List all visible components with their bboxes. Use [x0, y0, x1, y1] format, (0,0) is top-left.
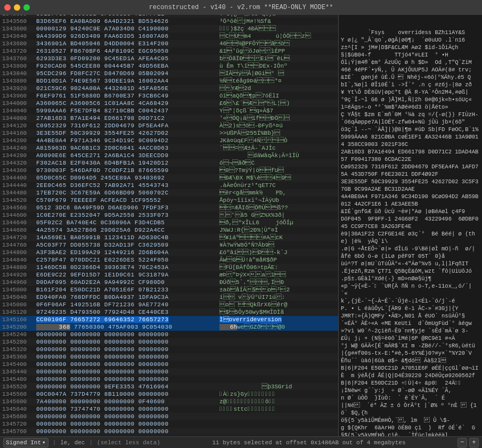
hex-row[interactable]: 1344960D0DAF095 60AD2E2A 9A94992C CF980D…: [0, 279, 338, 286]
hex-row[interactable]: 134556000C0047A 737D4779 8B110000 000000…: [0, 390, 338, 398]
hex-bytes: 26310527 FB670BF6 4AF8109C EGC95050: [36, 47, 217, 55]
data-type-dropdown[interactable]: Signed Int ▾: [3, 438, 48, 447]
hex-row[interactable]: 134552000000000 00000000 9EFE3353 476169…: [0, 383, 338, 390]
minimize-button[interactable]: [14, 4, 20, 11]
hex-bytes: 00000129 94240C9E A7A034D0 C4190000: [36, 25, 217, 32]
hex-row[interactable]: 13440405999AAA6 F5E7DFB4 82710CBB C00424…: [0, 107, 338, 115]
address: 1344480: [0, 189, 36, 197]
hex-row[interactable]: 134572000000000 00000000 00000000 000000…: [0, 420, 338, 428]
hex-row[interactable]: 1343880BDD10D1A 74E9E567 39DEE19A 16002A…: [0, 77, 338, 85]
hex-bytes: 00000000 00000000 00000000 00000000: [36, 413, 217, 420]
address: 1343920: [0, 85, 36, 92]
hex-row[interactable]: 134564000000000 73747470 00000000 000000…: [0, 405, 338, 413]
hex-row[interactable]: 1345040ED940FA0 768DFFDC B0DA4937 1DFA9C…: [0, 294, 338, 301]
address: 1343640: [0, 32, 36, 40]
hex-row[interactable]: 134548000000000 00000000 00000000 000000…: [0, 376, 338, 383]
hex-row[interactable]: 13443609730003F 546DAF0D 7C0DFZ1B 876655…: [0, 167, 338, 174]
hex-row[interactable]: 13444402EE0C465 D36EFC52 7AB92A71 455437…: [0, 182, 338, 189]
hex-bytes: A3F3BAE2 ED199A29 12449216 2D6B604A: [36, 249, 217, 256]
hex-row[interactable]: 1344280A0090E6E 645CE271 2A6BA1C4 3DEECD…: [0, 152, 338, 159]
ascii-col: öïaQõ ¶p7óËlI: [217, 92, 338, 100]
hex-row[interactable]: 134472014A569E1 BA05991B 1123411D AD630C…: [0, 234, 338, 241]
ascii-col: däWâqÃk¡Ä=îÍÙ: [217, 152, 338, 159]
hex-row[interactable]: 1344000A360065C A36005C6 1C01AA8C 4CA684…: [0, 100, 338, 107]
hex-row[interactable]: 134576000000000 00000000 00000000 000000…: [0, 428, 338, 435]
hex-row[interactable]: 1343920021C59C6 9024A00A 4432601D 45FA85…: [0, 85, 338, 92]
hex-bytes: 021C59C6 9024A00A 4432601D 45FA856E: [36, 85, 217, 92]
hex-row[interactable]: 1343960F6EF9761 51F5880D B6700E37 F3CB6C…: [0, 92, 338, 100]
hex-bytes: 3E3E55DF 50C39929 3554FE25 42627D02: [36, 129, 217, 137]
hex-row[interactable]: 134372026310527 FB670BF6 4AF8109C EGC950…: [0, 47, 338, 55]
right-panel-line: &IÉ`gnfGÆ ûð ÙcÙ ~ë#|*Aø |øBéAøl ç4F9: [341, 208, 480, 215]
hex-row[interactable]: 134528000000000 00000000 00000000 000000…: [0, 338, 338, 346]
hex-row[interactable]: 13436409A4399D9 926D3409 FAA6D3D5 16007A…: [0, 32, 338, 40]
hex-row[interactable]: 13446001C0E270E E2352047 9D5A2558 2533F0…: [0, 211, 338, 219]
title-bar: reconstructed - v140 - v2.rom **READ-ONL…: [0, 0, 482, 15]
hex-row[interactable]: 1344920E6DE9C22 9EFD15D7 1E1D0C61 9C3187…: [0, 271, 338, 279]
maximize-button[interactable]: [23, 4, 30, 11]
separator-1: |: [53, 439, 56, 446]
hex-row[interactable]: 134464005F02C2 BA740E4C 0C36096A F3D4CDB…: [0, 219, 338, 226]
hex-row[interactable]: 1345000B161F204 E50DC21D A7051E6F 07B212…: [0, 286, 338, 294]
address: 1343560: [0, 18, 36, 25]
status-right[interactable]: − +: [458, 438, 479, 447]
hex-row[interactable]: 13456007A400000 00000000 00000000 0F4060…: [0, 398, 338, 405]
hex-row[interactable]: 13441603E3E55DF 50C39929 3554FE25 42627D…: [0, 129, 338, 137]
hex-row[interactable]: 134544000000000 00000000 00000000 000000…: [0, 368, 338, 376]
hex-bytes: 368 77650300 475AF003 9C054030: [36, 323, 217, 331]
right-panel: `Fsys overridess BZh11AY&SY ø|¿ "_Â`qo`,…: [338, 15, 482, 436]
ascii-col: >>UßPÃ255Í%Bb}: [217, 129, 338, 137]
ascii-col: '«ÓQ¡äífÐÖ : [217, 115, 338, 122]
hex-row[interactable]: 134512097249235 D4793500 77924D48 CE440C…: [0, 308, 338, 316]
hex-view[interactable]: 1343480FFFFFFFF FFFFFFFF 46737973 010500…: [0, 15, 338, 436]
traffic-lights[interactable]: [4, 4, 30, 11]
hex-bytes: 5999AAA6 F5E7DFB4 82710CBB C0042437: [36, 107, 217, 115]
ascii-col: CÙm4 ú¦ÓÕ z: [217, 32, 338, 40]
hex-row[interactable]: 134568000000000 00000000 00000000 000000…: [0, 413, 338, 420]
right-panel-line: ùú^?T ø|mU`ûTúÛÄ°«-4"Áø°%v5 u,l|lFqñIT: [341, 260, 480, 267]
hex-row[interactable]: 1345160CC00106F 76657272 69646352 766572…: [0, 316, 338, 323]
hex-bytes: E6DE9C22 9EFD15D7 1E1D0C61 9C31879A: [36, 271, 217, 279]
zoom-out-button[interactable]: −: [458, 438, 467, 447]
hex-row[interactable]: 134536000000000 00000000 00000000 000000…: [0, 353, 338, 361]
ascii-col: þ3SGrid: [217, 383, 338, 390]
hex-row[interactable]: 1344800A3F3BAE2 ED199A29 12449216 2D6B60…: [0, 249, 338, 256]
hex-bytes: 3436901A BD405046 D4DD0004 E314F200: [36, 40, 217, 47]
hex-row[interactable]: 134384095CDC296 FD8FC27C D8470D69 05B020…: [0, 70, 338, 77]
hex-row[interactable]: 134532000000000 00000000 00000000 000000…: [0, 346, 338, 353]
hex-row[interactable]: 134360000000129 94240C9E A7A034D0 C41900…: [0, 25, 338, 32]
hex-row[interactable]: 1344320F302AC18 E2F0430A 6D4BFB1A 19420D…: [0, 159, 338, 167]
hex-row[interactable]: 13436803436901A BD405046 D4DD0004 E314F2…: [0, 40, 338, 47]
hex-row[interactable]: 134540000000000 00000000 00000000 000000…: [0, 361, 338, 368]
hex-row[interactable]: 13448801146DC5B 0D2366D4 30363E74 70C245…: [0, 264, 338, 271]
hex-row[interactable]: 1344240A815963D 9AC6B1C3 2D0C6041 4ACC0D…: [0, 144, 338, 152]
hex-row[interactable]: 1344840C2578F47 070DDC21 E0226DES 5224F0…: [0, 256, 338, 264]
hex-row[interactable]: 134524000000000 00000000 00000000 000000…: [0, 331, 338, 338]
address: 1344320: [0, 159, 36, 167]
ascii-col: [217, 361, 338, 368]
hex-row[interactable]: 13442004A4BE0A4 F971A346 9C34D19C 9C0094…: [0, 137, 338, 144]
ascii-col:  YÆ2d "2` Eú n: [217, 85, 338, 92]
hex-row[interactable]: 1343800F920CAD0 545CEE80 004445B7 49D56E…: [0, 62, 338, 70]
hex-row[interactable]: 1344760A5C03F77 DD055738 D32AD13F C36295…: [0, 241, 338, 249]
hex-row[interactable]: 134408027AB16D3 B7A1E494 ED661798 D0D71C…: [0, 115, 338, 122]
hex-row[interactable]: 1344120C0952329 7316F612 2DD04679 DF5EA4…: [0, 122, 338, 129]
zoom-in-button[interactable]: +: [469, 438, 479, 447]
hex-row[interactable]: 134440005D0C65C D0964D5 245CE89A 9340369…: [0, 174, 338, 182]
main-content: 1343480FFFFFFFF FFFFFFFF 46737973 010500…: [0, 15, 482, 436]
hex-row[interactable]: 1343560B3D65EF6 EA0BAD09 6A4D2321 BD5346…: [0, 18, 338, 25]
hex-row[interactable]: 1345200 368 77650300 475AF003 9C054030 6…: [0, 323, 338, 331]
selection-info-label: (select less data): [97, 439, 160, 446]
hex-row[interactable]: 13437606293D3E3 0FD09200 9C45ED1A AFEA4C…: [0, 55, 338, 62]
right-panel-line: `Fsys overridess BZh11AY&S: [341, 29, 480, 36]
right-panel-line: .p§±.GÈàl°Xdé(-} mD»nØø§üj¶: [341, 275, 480, 282]
hex-row[interactable]: 13446804A25574 3A527B06 29D025A6 D922A4C…: [0, 226, 338, 234]
right-panel-line: &IÉ` gønjé ûÉ.Û  Nhéj-«6ó|°%Ähy.é5 Q: [341, 74, 480, 81]
hex-row[interactable]: 13445600512 3DC6 0A49F59D D6AED906 7FDF3…: [0, 204, 338, 211]
ascii-col: ½Ñ téåg9Þá *¤: [217, 77, 338, 85]
hex-row[interactable]: 1344520C570F679 7EEEEEF ACFEACD 1CF95552…: [0, 197, 338, 204]
close-button[interactable]: [4, 4, 11, 11]
hex-row[interactable]: 13450800F6F06AF 1492516B DF721236 9AE772…: [0, 301, 338, 308]
hex-row[interactable]: 134448017EB720C 3C67E59A 6D66BD09 506070…: [0, 189, 338, 197]
address: 1343960: [0, 92, 36, 100]
